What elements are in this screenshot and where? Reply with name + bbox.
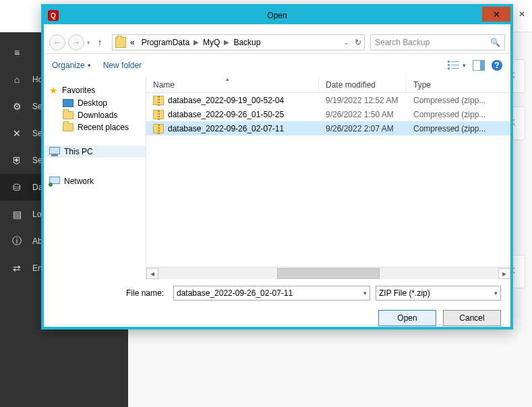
preview-pane-button[interactable] (473, 60, 485, 71)
nav-network[interactable]: Network (44, 175, 146, 187)
organize-button[interactable]: Organize ▾ (52, 61, 91, 70)
chevron-right-icon[interactable]: ▶ (194, 38, 199, 46)
column-date[interactable]: Date modified (319, 77, 407, 92)
help-icon[interactable]: ? (492, 60, 502, 71)
home-icon: ⌂ (11, 74, 23, 85)
file-date: 9/26/2022 1:50 AM (319, 110, 407, 119)
log-icon: ▤ (11, 209, 23, 220)
file-name: database_2022-09-19_00-52-04 (168, 96, 284, 105)
navigation-pane: ★Favorites Desktop Downloads Recent plac… (44, 77, 146, 279)
open-file-dialog: Q Open ✕ ← → ▾ ↑ « ProgramData ▶ MyQ ▶ B… (41, 4, 513, 330)
view-options-button[interactable]: ▾ (448, 60, 466, 71)
toolbar: Organize ▾ New folder ▾ ? (44, 54, 510, 77)
filetype-combo[interactable]: ZIP File (*.zip) ▾ (376, 286, 501, 301)
chevron-right-icon[interactable]: ▶ (224, 38, 229, 46)
search-icon[interactable]: 🔍 (490, 38, 500, 47)
crumb-ellipsis[interactable]: « (127, 38, 138, 47)
cancel-button[interactable]: Cancel (443, 310, 501, 326)
column-headers: ▴ Name Date modified Type (146, 77, 510, 93)
address-bar[interactable]: « ProgramData ▶ MyQ ▶ Backup ⌄ ↻ (112, 34, 365, 51)
scroll-right-button[interactable]: ▸ (498, 268, 510, 279)
gear-icon: ⚙ (11, 101, 23, 112)
file-type: Compressed (zipp... (407, 124, 510, 133)
info-icon: ⓘ (11, 235, 23, 247)
dialog-footer: File name: ▾ ZIP File (*.zip) ▾ Open Can… (44, 279, 510, 326)
back-button[interactable]: ← (49, 34, 65, 51)
network-icon (49, 177, 60, 186)
close-x-icon[interactable]: ✕ (519, 9, 525, 19)
filename-combo[interactable]: ▾ (173, 286, 370, 301)
column-name[interactable]: Name (146, 77, 319, 92)
database-icon: ⛁ (11, 182, 23, 193)
horizontal-scrollbar[interactable]: ◂ ▸ (146, 267, 510, 279)
list-view-icon (448, 60, 461, 71)
file-rows: database_2022-09-19_00-52-049/19/2022 12… (146, 93, 510, 267)
file-type: Compressed (zipp... (407, 96, 510, 105)
file-row[interactable]: database_2022-09-26_02-07-119/26/2022 2:… (146, 121, 510, 135)
crumb-backup[interactable]: Backup (231, 38, 263, 47)
sort-indicator-icon: ▴ (226, 75, 229, 82)
nav-this-pc[interactable]: This PC (44, 146, 146, 158)
crumb-programdata[interactable]: ProgramData (139, 38, 192, 47)
chevron-down-icon[interactable]: ▾ (363, 290, 367, 296)
chevron-down-icon: ▾ (88, 62, 91, 69)
column-type[interactable]: Type (407, 77, 510, 92)
search-input[interactable] (375, 38, 490, 47)
chevron-down-icon: ▾ (494, 290, 498, 296)
shield-icon: ⛨ (11, 155, 23, 166)
up-button[interactable]: ↑ (93, 37, 107, 48)
scroll-left-button[interactable]: ◂ (146, 268, 158, 279)
file-row[interactable]: database_2022-09-19_00-52-049/19/2022 12… (146, 93, 510, 107)
titlebar[interactable]: Q Open ✕ (44, 7, 510, 24)
dialog-title: Open (44, 11, 510, 20)
language-icon: ⇄ (11, 263, 23, 274)
refresh-icon[interactable]: ↻ (355, 38, 361, 47)
close-button[interactable]: ✕ (482, 7, 510, 22)
file-date: 9/26/2022 2:07 AM (319, 124, 407, 133)
star-icon: ★ (49, 85, 58, 96)
open-button[interactable]: Open (378, 310, 436, 326)
downloads-icon (63, 111, 73, 119)
new-folder-button[interactable]: New folder (103, 61, 142, 70)
hamburger-icon: ≡ (11, 47, 23, 58)
filename-label: File name: (53, 288, 168, 298)
scroll-track[interactable] (158, 268, 498, 279)
nav-desktop[interactable]: Desktop (44, 97, 146, 109)
filename-input[interactable] (177, 288, 363, 298)
desktop-icon (63, 99, 73, 107)
file-name: database_2022-09-26_02-07-11 (168, 124, 284, 133)
file-name: database_2022-09-26_01-50-25 (168, 110, 284, 119)
file-list-pane: ▴ Name Date modified Type database_2022-… (146, 77, 510, 279)
navigation-bar: ← → ▾ ↑ « ProgramData ▶ MyQ ▶ Backup ⌄ ↻… (44, 31, 510, 54)
addr-dropdown-icon[interactable]: ⌄ (344, 39, 349, 46)
recent-icon (63, 123, 73, 131)
pc-icon (49, 147, 60, 156)
sliders-icon: ✕ (11, 128, 23, 139)
folder-icon (115, 37, 126, 48)
file-type: Compressed (zipp... (407, 110, 510, 119)
crumb-myq[interactable]: MyQ (200, 38, 223, 47)
nav-recent[interactable]: Recent places (44, 121, 146, 133)
zip-icon (153, 124, 164, 133)
zip-icon (153, 96, 164, 105)
forward-button: → (68, 34, 84, 51)
nav-favorites[interactable]: ★Favorites (44, 84, 146, 97)
history-dropdown-icon[interactable]: ▾ (87, 39, 90, 46)
zip-icon (153, 110, 164, 119)
chevron-down-icon: ▾ (463, 62, 466, 69)
filetype-value: ZIP File (*.zip) (379, 288, 430, 298)
nav-downloads[interactable]: Downloads (44, 109, 146, 121)
file-date: 9/19/2022 12:52 AM (319, 96, 407, 105)
file-row[interactable]: database_2022-09-26_01-50-259/26/2022 1:… (146, 107, 510, 121)
search-box[interactable]: 🔍 (370, 34, 505, 51)
scroll-thumb[interactable] (277, 268, 379, 279)
